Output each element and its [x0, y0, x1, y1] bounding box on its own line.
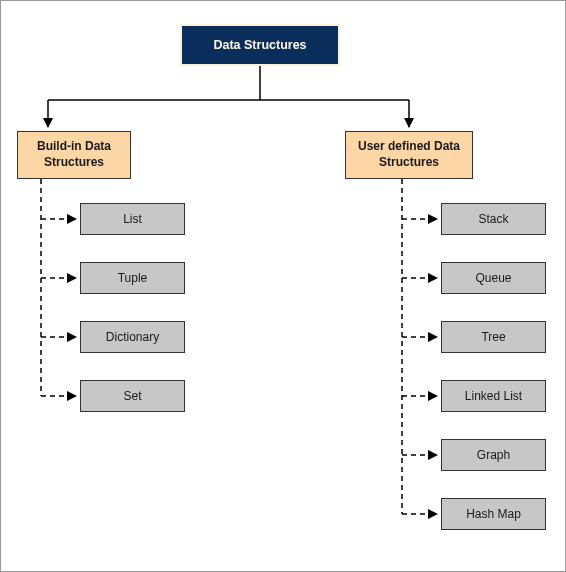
leaf-label: Linked List — [465, 389, 522, 403]
category-builtin-label: Build-in Data Structures — [37, 139, 111, 170]
leaf-tree: Tree — [441, 321, 546, 353]
diagram-canvas: Data Structures Build-in Data Structures… — [0, 0, 566, 572]
category-builtin: Build-in Data Structures — [17, 131, 131, 179]
leaf-label: Queue — [475, 271, 511, 285]
leaf-linked-list: Linked List — [441, 380, 546, 412]
category-userdefined-label: User defined Data Structures — [358, 139, 460, 170]
leaf-list: List — [80, 203, 185, 235]
leaf-label: Graph — [477, 448, 510, 462]
leaf-stack: Stack — [441, 203, 546, 235]
leaf-label: Tuple — [118, 271, 148, 285]
leaf-graph: Graph — [441, 439, 546, 471]
leaf-label: Set — [123, 389, 141, 403]
leaf-queue: Queue — [441, 262, 546, 294]
leaf-tuple: Tuple — [80, 262, 185, 294]
leaf-label: Hash Map — [466, 507, 521, 521]
root-label: Data Structures — [213, 38, 306, 52]
leaf-label: Dictionary — [106, 330, 159, 344]
leaf-label: Tree — [481, 330, 505, 344]
root-node: Data Structures — [180, 24, 340, 66]
leaf-set: Set — [80, 380, 185, 412]
leaf-dictionary: Dictionary — [80, 321, 185, 353]
leaf-label: List — [123, 212, 142, 226]
leaf-hash-map: Hash Map — [441, 498, 546, 530]
category-userdefined: User defined Data Structures — [345, 131, 473, 179]
leaf-label: Stack — [478, 212, 508, 226]
